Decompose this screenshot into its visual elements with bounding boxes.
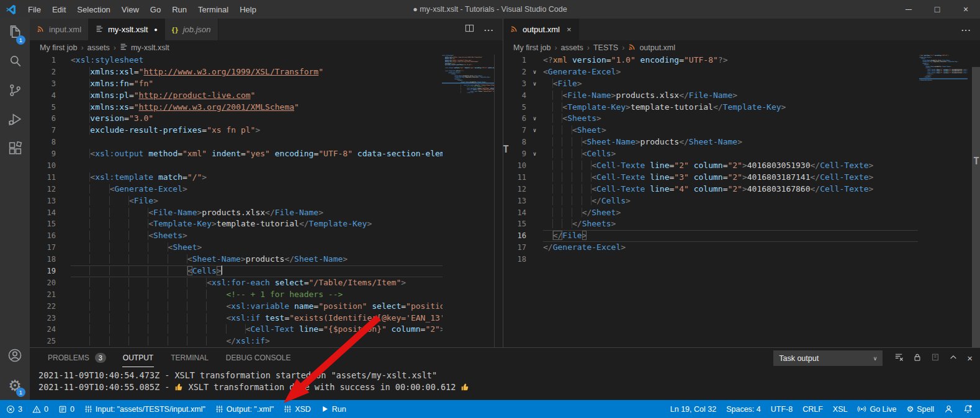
open-in-editor-icon[interactable] bbox=[931, 353, 940, 364]
source-control-icon bbox=[7, 82, 23, 100]
panel-tab-terminal[interactable]: TERMINAL bbox=[170, 348, 209, 368]
menu-edit[interactable]: Edit bbox=[47, 3, 71, 16]
code-content: <Cell-Texte line="2" column="2">40168030… bbox=[543, 160, 918, 172]
code-content bbox=[543, 254, 918, 265]
fold-gutter bbox=[526, 254, 543, 265]
status-item-xsd[interactable]: XSD bbox=[284, 405, 311, 414]
activity-item-settings[interactable]: ⚙1 bbox=[0, 371, 30, 400]
window-title: ● my-xslt.xslt - Tutorials - Visual Stud… bbox=[413, 5, 567, 14]
code-content: </Generate-Excel> bbox=[543, 242, 918, 254]
activity-item-source-control[interactable] bbox=[0, 77, 30, 106]
line-number: 13 bbox=[503, 195, 526, 207]
fold-chevron-icon[interactable]: ∨ bbox=[526, 78, 543, 90]
status-item-go-live[interactable]: Go Live bbox=[857, 404, 896, 414]
close-button[interactable]: × bbox=[951, 0, 980, 19]
dirty-indicator-icon[interactable]: ● bbox=[154, 27, 157, 33]
status-item-indentation[interactable]: Spaces: 4 bbox=[726, 405, 761, 414]
close-tab-icon[interactable]: × bbox=[567, 25, 572, 34]
status-item-language-mode[interactable]: XSL bbox=[833, 405, 848, 414]
tab-output.xml[interactable]: output.xml× bbox=[503, 19, 579, 40]
breadcrumb-item[interactable]: assets bbox=[561, 43, 583, 52]
accounts-icon bbox=[7, 347, 23, 366]
fold-chevron-icon[interactable]: ∨ bbox=[526, 113, 543, 125]
breadcrumb-file[interactable]: output.xml bbox=[628, 43, 675, 53]
line-number: 5 bbox=[503, 102, 526, 113]
breadcrumb-left[interactable]: My first job›assets›my-xslt.xslt bbox=[30, 40, 503, 55]
tab-bar-left: input.xmlmy-xslt.xslt●{}job.json··· bbox=[30, 19, 503, 40]
status-item-eol[interactable]: CRLF bbox=[802, 405, 823, 414]
activity-item-explorer[interactable]: 1 bbox=[0, 19, 30, 48]
code-content: <Sheets> bbox=[71, 230, 443, 242]
tab-input.xml[interactable]: input.xml bbox=[30, 19, 89, 40]
restore-button[interactable]: □ bbox=[923, 0, 951, 19]
line-number: 7 bbox=[30, 125, 56, 136]
status-item-notifications[interactable] bbox=[963, 404, 973, 414]
menu-run[interactable]: Run bbox=[166, 3, 192, 16]
thumbs-up-icon bbox=[461, 382, 469, 392]
panel-tab-label: PROBLEMS bbox=[47, 349, 90, 367]
breadcrumb-right[interactable]: My first job›assets›TESTS›output.xml bbox=[503, 40, 980, 55]
maximize-panel-icon[interactable] bbox=[949, 353, 958, 364]
menu-selection[interactable]: Selection bbox=[71, 3, 115, 16]
panel-tab-problems[interactable]: PROBLEMS3 bbox=[47, 348, 106, 368]
fold-chevron-icon[interactable]: ∨ bbox=[526, 125, 543, 136]
lock-scroll-icon[interactable] bbox=[913, 353, 922, 364]
activity-item-accounts[interactable] bbox=[0, 342, 30, 371]
menu-go[interactable]: Go bbox=[145, 3, 166, 16]
activity-item-extensions[interactable] bbox=[0, 135, 30, 164]
breadcrumb-item[interactable]: TESTS bbox=[593, 43, 618, 52]
status-item-encoding[interactable]: UTF-8 bbox=[771, 405, 793, 414]
status-item-feedback[interactable] bbox=[944, 404, 953, 414]
overview-ruler-left[interactable] bbox=[494, 55, 503, 347]
code-line: 12 <Cell-Texte line="4" column="2">40168… bbox=[503, 184, 980, 195]
split-icon[interactable] bbox=[465, 24, 474, 35]
breadcrumb-item[interactable]: My first job bbox=[40, 43, 77, 52]
minimap-right[interactable]: <?xml version="1.0" encoding="UTF-8"?><G… bbox=[919, 55, 968, 347]
code-line: 3∨ <File> bbox=[503, 78, 980, 90]
editor-my-xslt[interactable]: 1<xsl:stylesheet2 xmlns:xsl="http://www.… bbox=[30, 55, 503, 347]
breadcrumb-item[interactable]: My first job bbox=[513, 43, 551, 52]
code-content: <xsl:output method="xml" indent="yes" en… bbox=[71, 148, 443, 160]
status-item-xslt-output[interactable]: Output: ".xml" bbox=[215, 405, 274, 414]
line-number: 15 bbox=[503, 218, 526, 230]
code-content: <File-Name>products.xlsx</File-Name> bbox=[71, 207, 443, 219]
activity-item-search[interactable] bbox=[0, 48, 30, 77]
menu-view[interactable]: View bbox=[116, 3, 145, 16]
line-number: 11 bbox=[30, 172, 56, 184]
menu-file[interactable]: File bbox=[22, 3, 47, 16]
run-debug-icon bbox=[7, 112, 23, 130]
minimize-button[interactable]: ─ bbox=[894, 0, 923, 19]
status-bar: 300Input: "assets/TESTS/input.xml"Output… bbox=[0, 400, 980, 418]
status-item-run[interactable]: Run bbox=[321, 405, 346, 414]
status-item-xslt-input[interactable]: Input: "assets/TESTS/input.xml" bbox=[84, 405, 205, 414]
minimap-left[interactable]: <xsl:stylesheet xmlns:xsl="http://www.w3… bbox=[442, 55, 494, 347]
code-content: <Template-Key>template-tutorial</Templat… bbox=[543, 102, 918, 113]
search-icon bbox=[7, 53, 23, 71]
clear-output-icon[interactable] bbox=[894, 352, 904, 364]
panel-tab-label: DEBUG CONSOLE bbox=[225, 349, 292, 367]
line-number: 2 bbox=[503, 66, 526, 78]
fold-chevron-icon[interactable]: ∨ bbox=[526, 148, 543, 160]
breadcrumb-file[interactable]: my-xslt.xslt bbox=[120, 43, 169, 53]
menu-terminal[interactable]: Terminal bbox=[192, 3, 234, 16]
output-channel-select[interactable]: Task output ∨ bbox=[773, 350, 883, 366]
panel-tab-debug-console[interactable]: DEBUG CONSOLE bbox=[225, 348, 292, 368]
more-icon[interactable]: ··· bbox=[961, 24, 971, 35]
editor-output-xml[interactable]: 1<?xml version="1.0" encoding="UTF-8"?>2… bbox=[503, 55, 980, 347]
tab-my-xslt.xslt[interactable]: my-xslt.xslt● bbox=[89, 19, 165, 40]
fold-chevron-icon[interactable]: ∨ bbox=[526, 66, 543, 78]
scrollbar-right[interactable] bbox=[972, 67, 980, 347]
menu-help[interactable]: Help bbox=[234, 3, 262, 16]
status-item-ports[interactable]: 0 bbox=[58, 405, 74, 414]
status-item-cursor-position[interactable]: Ln 19, Col 32 bbox=[670, 405, 716, 414]
close-panel-icon[interactable]: × bbox=[967, 353, 973, 363]
more-icon[interactable]: ··· bbox=[484, 24, 494, 35]
status-item-spell[interactable]: ⚙Spell bbox=[907, 405, 934, 414]
status-item-errors[interactable]: 3 bbox=[6, 405, 22, 414]
tab-job.json[interactable]: {}job.json bbox=[165, 19, 218, 40]
panel-tab-output[interactable]: OUTPUT bbox=[122, 348, 154, 368]
code-line: 2∨<Generate-Excel> bbox=[503, 66, 980, 78]
breadcrumb-item[interactable]: assets bbox=[88, 43, 110, 52]
status-item-warnings[interactable]: 0 bbox=[32, 405, 48, 414]
activity-item-run-debug[interactable] bbox=[0, 106, 30, 135]
